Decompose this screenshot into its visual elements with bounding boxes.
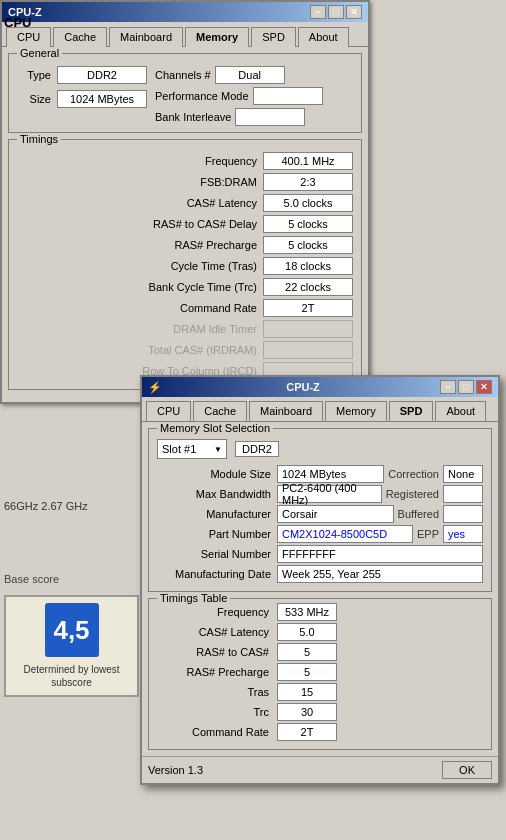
tt-tras-row: Tras 15: [157, 683, 483, 701]
fsb-row: FSB:DRAM 2:3: [17, 173, 353, 191]
fg-tab-cpu[interactable]: CPU: [146, 401, 191, 421]
slot-arrow-icon: ▼: [214, 445, 222, 454]
tab-about[interactable]: About: [298, 27, 349, 47]
tt-command-rate-label: Command Rate: [157, 726, 277, 738]
mfg-date-label: Manufacturing Date: [157, 568, 277, 580]
fsb-value: 2:3: [263, 173, 353, 191]
part-number-row: Part Number CM2X1024-8500C5D EPP yes: [157, 525, 483, 543]
fg-maximize-btn[interactable]: □: [458, 380, 474, 394]
command-rate-row: Command Rate 2T: [17, 299, 353, 317]
ras-cas-row: RAS# to CAS# Delay 5 clocks: [17, 215, 353, 233]
frequency-value: 400.1 MHz: [263, 152, 353, 170]
slot-value: Slot #1: [162, 443, 196, 455]
bank-interleave-value: [235, 108, 305, 126]
ras-cas-value: 5 clocks: [263, 215, 353, 233]
cpu-info: 66GHz 2.67 GHz: [4, 500, 88, 512]
cas-value: 5.0 clocks: [263, 194, 353, 212]
tt-frequency-label: Frequency: [157, 606, 277, 618]
fg-window-controls: − □ ✕: [440, 380, 492, 394]
tt-trc-row: Trc 30: [157, 703, 483, 721]
cas-label: CAS# Latency: [17, 197, 263, 209]
tab-cache[interactable]: Cache: [53, 27, 107, 47]
size-label: Size: [17, 93, 57, 105]
fg-window: ⚡ CPU-Z − □ ✕ CPU Cache Mainboard Memory…: [140, 375, 500, 785]
bg-window: CPU-Z − □ ✕ CPU Cache Mainboard Memory S…: [0, 0, 370, 404]
fg-tab-spd[interactable]: SPD: [389, 401, 434, 421]
timings-table-group: Timings Table Frequency 533 MHz CAS# Lat…: [148, 598, 492, 750]
bg-window-controls: − □ ✕: [310, 5, 362, 19]
epp-extra: EPP yes: [417, 525, 483, 543]
tt-cas-value: 5.0: [277, 623, 337, 641]
fg-tab-memory[interactable]: Memory: [325, 401, 387, 421]
correction-label: Correction: [388, 468, 439, 480]
module-size-value: 1024 MBytes: [277, 465, 384, 483]
size-value: 1024 MBytes: [57, 90, 147, 108]
tt-ras-precharge-value: 5: [277, 663, 337, 681]
fg-tab-about[interactable]: About: [435, 401, 486, 421]
tt-ras-precharge-row: RAS# Precharge 5: [157, 663, 483, 681]
ok-button[interactable]: OK: [442, 761, 492, 779]
manufacturer-row: Manufacturer Corsair Buffered: [157, 505, 483, 523]
total-cas-label: Total CAS# (tRDRAM): [17, 344, 263, 356]
cycle-time-value: 18 clocks: [263, 257, 353, 275]
buffered-extra: Buffered: [398, 505, 483, 523]
tt-frequency-value: 533 MHz: [277, 603, 337, 621]
serial-number-value: FFFFFFFF: [277, 545, 483, 563]
module-size-label: Module Size: [157, 468, 277, 480]
correction-extra: Correction None: [388, 465, 483, 483]
ras-precharge-value: 5 clocks: [263, 236, 353, 254]
bg-close-btn[interactable]: ✕: [346, 5, 362, 19]
bg-minimize-btn[interactable]: −: [310, 5, 326, 19]
tt-frequency-row: Frequency 533 MHz: [157, 603, 483, 621]
bg-maximize-btn[interactable]: □: [328, 5, 344, 19]
general-label: General: [17, 47, 62, 59]
cycle-time-label: Cycle Time (Tras): [17, 260, 263, 272]
tt-cas-row: CAS# Latency 5.0: [157, 623, 483, 641]
registered-label: Registered: [386, 488, 439, 500]
serial-number-row: Serial Number FFFFFFFF: [157, 545, 483, 563]
epp-value: yes: [443, 525, 483, 543]
tab-mainboard[interactable]: Mainboard: [109, 27, 183, 47]
fg-title: CPU-Z: [286, 381, 320, 393]
fg-titlebar: ⚡ CPU-Z − □ ✕: [142, 377, 498, 397]
general-group: General Type DDR2 Size 1024 MBytes: [8, 53, 362, 133]
tt-command-rate-value: 2T: [277, 723, 337, 741]
module-size-row: Module Size 1024 MBytes Correction None: [157, 465, 483, 483]
total-cas-row: Total CAS# (tRDRAM): [17, 341, 353, 359]
tab-spd[interactable]: SPD: [251, 27, 296, 47]
channels-label: Channels #: [155, 69, 211, 81]
epp-label: EPP: [417, 528, 439, 540]
manufacturer-value: Corsair: [277, 505, 394, 523]
bg-tabs: CPU Cache Mainboard Memory SPD About: [2, 22, 368, 47]
max-bandwidth-label: Max Bandwidth: [157, 488, 277, 500]
fg-version: Version 1.3: [148, 764, 203, 776]
fg-minimize-btn[interactable]: −: [440, 380, 456, 394]
type-value: DDR2: [57, 66, 147, 84]
timings-label: Timings: [17, 133, 61, 145]
base-score-label: Base score: [4, 573, 59, 585]
max-bandwidth-row: Max Bandwidth PC2-6400 (400 MHz) Registe…: [157, 485, 483, 503]
bank-cycle-value: 22 clocks: [263, 278, 353, 296]
tt-ras-cas-row: RAS# to CAS# 5: [157, 643, 483, 661]
tab-cpu[interactable]: CPU: [6, 27, 51, 47]
fg-tab-mainboard[interactable]: Mainboard: [249, 401, 323, 421]
bg-content: General Type DDR2 Size 1024 MBytes: [2, 47, 368, 402]
buffered-label: Buffered: [398, 508, 439, 520]
tab-memory[interactable]: Memory: [185, 27, 249, 47]
fg-tab-cache[interactable]: Cache: [193, 401, 247, 421]
frequency-row: Frequency 400.1 MHz: [17, 152, 353, 170]
tt-tras-label: Tras: [157, 686, 277, 698]
part-number-label: Part Number: [157, 528, 277, 540]
tt-ras-cas-label: RAS# to CAS#: [157, 646, 277, 658]
cpu-label: CPU: [4, 15, 31, 30]
fg-close-btn[interactable]: ✕: [476, 380, 492, 394]
perf-mode-label: Performance Mode: [155, 90, 249, 102]
tt-trc-label: Trc: [157, 706, 277, 718]
bank-cycle-row: Bank Cycle Time (Trc) 22 clocks: [17, 278, 353, 296]
win-experience-widget: 4,5 Determined by lowest subscore: [4, 595, 139, 697]
slot-select[interactable]: Slot #1 ▼: [157, 439, 227, 459]
correction-value: None: [443, 465, 483, 483]
command-rate-value: 2T: [263, 299, 353, 317]
tt-ras-precharge-label: RAS# Precharge: [157, 666, 277, 678]
size-row: Size 1024 MBytes: [17, 90, 147, 108]
